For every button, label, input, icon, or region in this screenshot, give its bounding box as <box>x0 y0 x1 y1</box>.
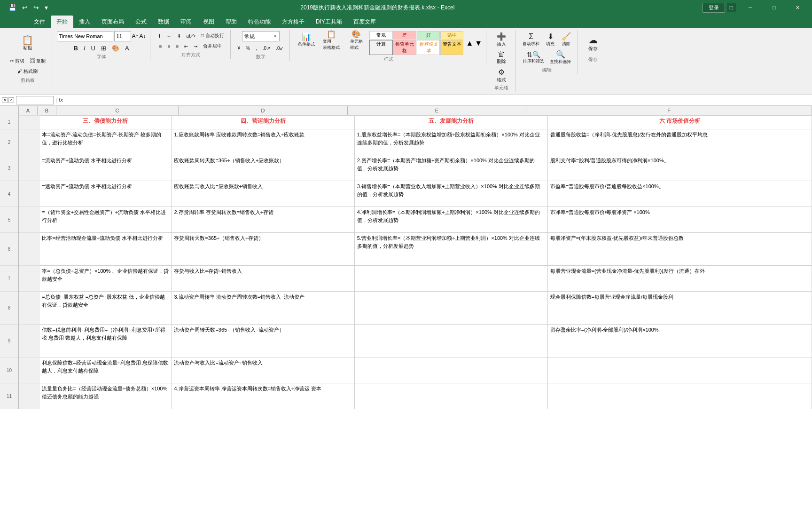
style-medium[interactable]: 适中 <box>440 31 463 40</box>
cell-F6[interactable]: 每股净资产=(年末股东权益-优先股权益)/年末普通股份总数 <box>547 233 812 266</box>
text-orientation-button[interactable]: ab↷ <box>184 31 198 40</box>
cell-F3[interactable]: 股利支付率=股利/普通股股东可得的净利润×100%。 <box>547 155 812 181</box>
style-check-cell[interactable]: 检查单元格 <box>393 40 416 55</box>
cell-B4[interactable] <box>19 181 39 207</box>
cell-F1[interactable]: 六 市场价值分析 <box>547 116 812 129</box>
formula-input[interactable] <box>65 97 810 103</box>
restore-button[interactable]: □ <box>763 0 785 15</box>
tab-review[interactable]: 审阅 <box>175 16 197 28</box>
style-calc[interactable]: 计算 <box>369 40 392 55</box>
name-box-input[interactable] <box>16 96 54 104</box>
bold-button[interactable]: B <box>71 43 80 53</box>
increase-font-button[interactable]: A↑ <box>132 33 139 40</box>
font-name-input[interactable]: Times New Roman <box>57 31 113 41</box>
customize-qat-button[interactable]: ▾ <box>43 3 50 12</box>
cell-B10[interactable] <box>19 357 39 383</box>
cell-F5[interactable]: 市净率=普通股每股市价/每股净资产 ×100% <box>547 207 812 233</box>
cell-F11[interactable] <box>547 383 812 409</box>
font-color-button[interactable]: A <box>123 43 132 53</box>
cell-C4[interactable]: =速动资产÷流动负债 水平相比进行分析 <box>39 181 172 207</box>
currency-button[interactable]: ¥ <box>235 43 243 53</box>
cell-styles-button[interactable]: 🎨 单元格样式 <box>344 31 368 49</box>
cell-D8[interactable]: 3.流动资产周转率 流动资产周转次数=销售收入÷流动资产 <box>172 292 354 325</box>
fill-button[interactable]: ⬇ 填充 <box>543 31 558 48</box>
copy-button[interactable]: ⿴ 复制 <box>28 56 48 66</box>
ribbon-display-button[interactable]: □ <box>727 3 736 12</box>
formula-bar-confirm[interactable]: ✓ <box>8 97 14 103</box>
delete-button[interactable]: 🗑 删除 <box>494 49 509 66</box>
cell-B8[interactable] <box>19 292 39 325</box>
align-left-button[interactable]: ≡ <box>157 41 164 51</box>
tab-home[interactable]: 开始 <box>51 16 73 28</box>
minimize-button[interactable]: ─ <box>740 0 761 15</box>
cell-E10[interactable] <box>354 357 547 383</box>
cell-D5[interactable]: 2.存货周转率 存货周转次数=销售收入÷存货 <box>172 207 354 233</box>
cell-C8[interactable]: =总负债÷股东权益 =总资产÷股东权益 低，企业信偿越有保证，贷款越安全 <box>39 292 172 325</box>
merge-center-button[interactable]: 合并居中 <box>201 41 224 51</box>
find-select-button[interactable]: 🔍 查找和选择 <box>547 49 573 66</box>
cell-E5[interactable]: 4.净利润增长率=（本期净利润增加额÷上期净利润）×100% 对比企业连续多期的… <box>354 207 547 233</box>
decrease-indent-button[interactable]: ⇤ <box>182 41 190 51</box>
tab-baidu[interactable]: 百度文库 <box>348 16 382 28</box>
tab-diy[interactable]: DIY工具箱 <box>310 16 348 28</box>
cell-E11[interactable] <box>354 383 547 409</box>
align-top-button[interactable]: ⬆ <box>155 31 164 40</box>
wrap-text-button[interactable]: □ 自动换行 <box>199 31 226 40</box>
insert-button[interactable]: ➕ 插入 <box>494 31 509 48</box>
format-as-table-button[interactable]: 📋 套用表格格式 <box>320 31 343 49</box>
decrease-font-button[interactable]: A↓ <box>140 33 146 40</box>
underline-button[interactable]: U <box>89 43 98 53</box>
styles-scroll-up[interactable]: ▲ <box>466 39 473 48</box>
align-middle-button[interactable]: ↔ <box>164 31 174 40</box>
cell-C3[interactable]: =流动资产÷流动负债 水平相比进行分析 <box>39 155 172 181</box>
cell-E7[interactable] <box>354 266 547 292</box>
cell-E9[interactable] <box>354 325 547 357</box>
cell-F2[interactable]: 普通股每股收益=（净利润-优先股股息)/发行在外的普通股加权平均总 <box>547 129 812 155</box>
cell-E6[interactable]: 5.营业利润增长率=（本期营业利润增加额÷上期营业利润）×100% 对比企业连续… <box>354 233 547 266</box>
cell-C9[interactable]: 信数=税息前利润÷利息费用=（净利润+利息费用+所得税 息费用 数越大，利息支付… <box>39 325 172 357</box>
tab-formula[interactable]: 公式 <box>130 16 152 28</box>
formula-bar-cancel[interactable]: ✕ <box>2 97 8 103</box>
percent-button[interactable]: % <box>243 43 252 53</box>
cell-B11[interactable] <box>19 383 39 409</box>
cell-B3[interactable] <box>19 155 39 181</box>
sort-filter-button[interactable]: ⇅🔍 排序和筛选 <box>521 49 547 66</box>
tab-insert[interactable]: 插入 <box>73 16 96 28</box>
cell-B1[interactable] <box>19 116 39 129</box>
cell-E8[interactable] <box>354 292 547 325</box>
cell-B5[interactable] <box>19 207 39 233</box>
cell-D7[interactable]: 存货与收入比=存货÷销售收入 <box>172 266 354 292</box>
cell-F8[interactable]: 现金股利保障信数=每股营业现金净流量/每股现金股利 <box>547 292 812 325</box>
close-button[interactable]: ✕ <box>787 0 808 15</box>
login-button[interactable]: 登录 <box>703 3 725 13</box>
decrease-decimal-button[interactable]: .0↙ <box>273 43 286 53</box>
border-button[interactable]: ⊞ <box>99 43 109 53</box>
cell-B9[interactable] <box>19 325 39 357</box>
conditional-format-button[interactable]: 📊 条件格式 <box>295 31 318 49</box>
cell-C7[interactable]: 率=（总负债÷总资产）×100% 、企业信偿越有保证，贷款越安全 <box>39 266 172 292</box>
save-qat-button[interactable]: 💾 <box>7 3 18 12</box>
cell-E2[interactable]: 1.股东权益增长率=（本期股东权益增加额÷股东权益期初余额）×100% 对比企业… <box>354 129 547 155</box>
clear-button[interactable]: 🧹 清除 <box>559 31 574 48</box>
fill-color-button[interactable]: 🎨 <box>109 43 122 53</box>
style-bad[interactable]: 差 <box>393 31 416 40</box>
cell-C11[interactable]: 流量量负务比=（经营活动现金流量÷债务总额）×100% 偿还债务总额的能力越强 <box>39 383 172 409</box>
style-explain[interactable]: 解释性文本 <box>417 40 440 55</box>
cell-F9[interactable]: 留存盈余比率=(净利润-全部股利)/净利润×100% <box>547 325 812 357</box>
italic-button[interactable]: I <box>81 43 88 53</box>
table-scroll-area[interactable]: 1 2 3 4 5 6 7 8 9 10 11 <box>0 115 812 508</box>
style-normal[interactable]: 常规 <box>369 31 392 40</box>
font-size-input[interactable]: 11 <box>114 31 131 41</box>
cell-D9[interactable]: 流动资产周转天数=365÷（销售收入÷流动资产） <box>172 325 354 357</box>
tab-special[interactable]: 特色功能 <box>242 16 276 28</box>
redo-qat-button[interactable]: ↪ <box>31 3 41 12</box>
comma-button[interactable]: , <box>253 43 259 53</box>
tab-file[interactable]: 文件 <box>28 16 51 28</box>
cell-E4[interactable]: 3.销售增长率=（本期营业收入增加额÷上期营业收入）×100% 对比企业连续多期… <box>354 181 547 207</box>
cell-D1[interactable]: 四、营运能力分析 <box>172 116 354 129</box>
cell-F4[interactable]: 市盈率=普通股每股市价/普通股每股收益×100%。 <box>547 181 812 207</box>
increase-decimal-button[interactable]: .0↗ <box>260 43 273 53</box>
cell-D10[interactable]: 流动资产与收入比=流动资产÷销售收入 <box>172 357 354 383</box>
number-format-combo[interactable]: 常规 ▼ <box>242 31 280 41</box>
cell-B7[interactable] <box>19 266 39 292</box>
